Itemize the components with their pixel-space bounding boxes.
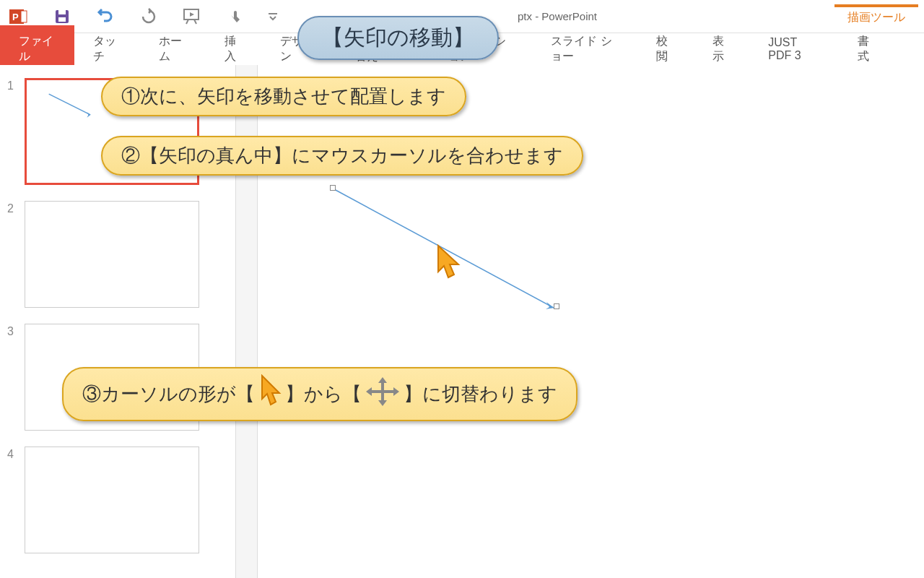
callout-title: 【矢印の移動】 [297,16,499,60]
thumb-number: 4 [7,447,25,553]
callout-step2: ②【矢印の真ん中】にマウスカーソルを合わせます [101,136,583,176]
callout-step3-text-b: 】から【 [285,381,362,407]
callout-step3-text-a: ③カーソルの形が【 [82,381,255,407]
slide-thumbnail-4[interactable] [25,447,199,553]
callout-step3: ③カーソルの形が【 】から【 】に切替わります [62,367,578,421]
thumb-number: 2 [7,201,25,308]
cursor-arrow-inline-icon [258,374,282,414]
svg-rect-2 [21,11,27,22]
callout-step1: ①次に、矢印を移動させて配置します [101,77,466,116]
callout-step3-text-c: 】に切替わります [404,381,557,407]
selection-handle-end[interactable] [554,303,559,309]
thumb-number: 1 [7,78,25,185]
svg-rect-4 [58,10,66,14]
tab-justpdf[interactable]: JUST PDF 3 [749,27,839,71]
svg-rect-5 [58,17,66,22]
svg-line-10 [49,94,91,115]
cursor-arrow-icon [432,243,461,286]
cursor-move-inline-icon [365,376,401,413]
selection-handle-start[interactable] [330,185,336,191]
svg-text:P: P [12,12,19,22]
thumb-number: 3 [7,324,25,431]
slide-thumbnail-2[interactable] [25,201,199,308]
